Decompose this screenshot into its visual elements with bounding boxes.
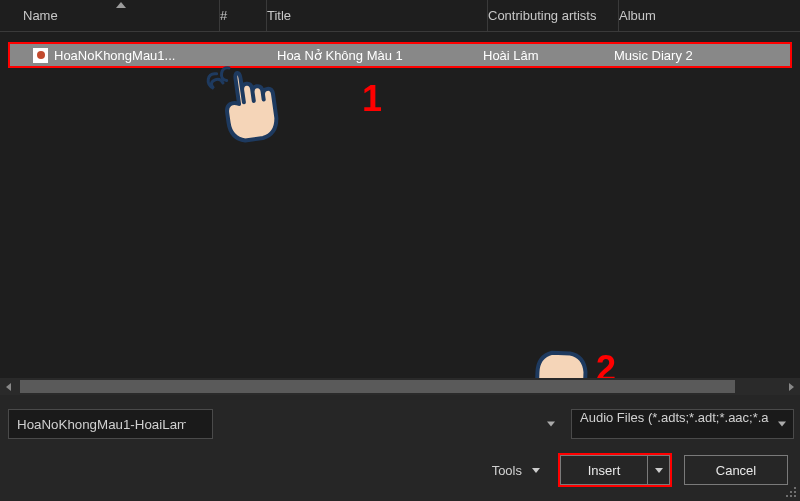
filename-input[interactable]	[8, 409, 213, 439]
chevron-down-icon	[532, 468, 540, 473]
chevron-down-icon[interactable]	[778, 422, 786, 427]
svg-point-4	[790, 495, 792, 497]
svg-point-3	[786, 495, 788, 497]
scroll-right-icon[interactable]	[783, 378, 800, 395]
file-title: Hoa Nở Không Màu 1	[277, 48, 483, 63]
file-row[interactable]: HoaNoKhongMau1... Hoa Nở Không Màu 1 Hoà…	[8, 42, 792, 68]
svg-point-0	[794, 487, 796, 489]
column-name-label: Name	[23, 8, 58, 23]
insert-dropdown[interactable]	[647, 456, 669, 484]
column-name[interactable]: Name	[23, 0, 220, 31]
svg-point-1	[790, 491, 792, 493]
tools-label: Tools	[492, 463, 522, 478]
insert-label: Insert	[561, 456, 647, 484]
filetype-value: Audio Files (*.adts;*.adt;*.aac;*.a	[580, 410, 769, 425]
file-artist: Hoài Lâm	[483, 48, 614, 63]
column-title-label: Title	[267, 8, 291, 23]
horizontal-scrollbar[interactable]	[0, 378, 800, 395]
column-album-label: Album	[619, 8, 656, 23]
filetype-select[interactable]: Audio Files (*.adts;*.adt;*.aac;*.a	[571, 409, 794, 439]
cancel-label: Cancel	[716, 463, 756, 478]
file-album: Music Diary 2	[614, 48, 784, 63]
scrollbar-thumb[interactable]	[20, 380, 735, 393]
annotation-step-1: 1	[362, 78, 382, 120]
resize-grip-icon[interactable]	[784, 485, 798, 499]
column-title[interactable]: Title	[267, 0, 488, 31]
column-artist-label: Contributing artists	[488, 8, 596, 23]
cancel-button[interactable]: Cancel	[684, 455, 788, 485]
sort-asc-icon	[116, 2, 126, 8]
column-album[interactable]: Album	[619, 0, 789, 31]
column-num-label: #	[220, 8, 227, 23]
audio-file-icon	[33, 48, 48, 63]
column-num[interactable]: #	[220, 0, 267, 31]
chevron-down-icon[interactable]	[547, 422, 555, 427]
svg-point-2	[794, 491, 796, 493]
pointer-hand-icon	[200, 53, 292, 153]
svg-point-5	[794, 495, 796, 497]
scroll-left-icon[interactable]	[0, 378, 17, 395]
column-artist[interactable]: Contributing artists	[488, 0, 619, 31]
tools-button[interactable]: Tools	[486, 459, 546, 482]
annotation-highlight-insert: Insert	[558, 453, 672, 487]
insert-button[interactable]: Insert	[560, 455, 670, 485]
file-name: HoaNoKhongMau1...	[54, 48, 175, 63]
